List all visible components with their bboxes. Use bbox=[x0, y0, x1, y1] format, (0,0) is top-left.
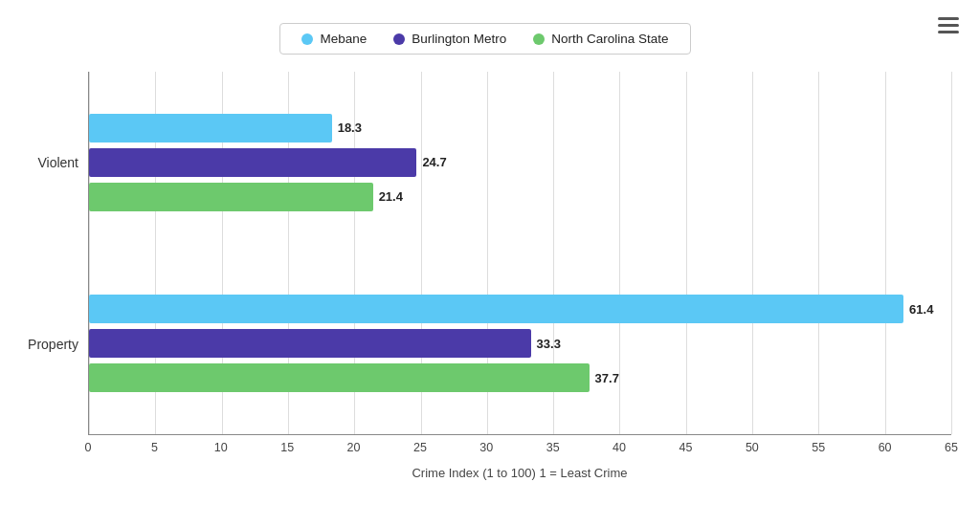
x-tick: 55 bbox=[812, 441, 825, 454]
chart-legend: Mebane Burlington Metro North Carolina S… bbox=[279, 23, 690, 55]
grid-line bbox=[951, 72, 952, 434]
bar-property-mebane bbox=[89, 295, 903, 323]
bar-value-label: 61.4 bbox=[909, 302, 933, 317]
bar-value-label: 37.7 bbox=[595, 371, 619, 385]
bar-group-violent: 18.324.721.4 bbox=[89, 103, 951, 222]
x-tick: 10 bbox=[214, 441, 228, 454]
bar-row: 33.3 bbox=[89, 328, 951, 359]
legend-item-nc-state: North Carolina State bbox=[533, 32, 668, 46]
bar-value-label: 33.3 bbox=[537, 337, 561, 351]
x-tick: 5 bbox=[151, 441, 158, 454]
x-tick: 25 bbox=[413, 441, 427, 454]
bar-value-label: 18.3 bbox=[338, 121, 362, 135]
x-tick: 50 bbox=[746, 441, 759, 454]
x-tick: 15 bbox=[280, 441, 294, 454]
bar-violent-burlington bbox=[89, 148, 416, 177]
legend-item-mebane: Mebane bbox=[301, 32, 367, 46]
chart-container: Mebane Burlington Metro North Carolina S… bbox=[0, 0, 980, 526]
bar-groups: 18.324.721.461.433.337.7 bbox=[89, 72, 951, 434]
legend-item-burlington: Burlington Metro bbox=[393, 32, 506, 46]
y-label-property: Property bbox=[28, 337, 78, 352]
menu-icon[interactable] bbox=[938, 17, 959, 33]
legend-label-nc-state: North Carolina State bbox=[551, 32, 668, 46]
plot-area: 18.324.721.461.433.337.7 bbox=[88, 72, 951, 435]
y-axis: ViolentProperty bbox=[19, 72, 88, 435]
bar-row: 37.7 bbox=[89, 362, 951, 393]
chart-area: ViolentProperty 18.324.721.461.433.337.7 bbox=[19, 72, 951, 435]
x-tick: 65 bbox=[945, 441, 958, 454]
y-label-violent: Violent bbox=[37, 155, 78, 170]
bar-violent-nc-state bbox=[89, 183, 373, 211]
x-axis-wrapper: 05101520253035404550556065 Crime Index (… bbox=[88, 435, 951, 480]
bar-value-label: 24.7 bbox=[422, 155, 446, 169]
bar-property-burlington bbox=[89, 329, 531, 358]
bar-property-nc-state bbox=[89, 363, 590, 392]
bar-row: 61.4 bbox=[89, 294, 951, 324]
legend-label-burlington: Burlington Metro bbox=[412, 32, 506, 46]
x-tick: 45 bbox=[679, 441, 693, 454]
x-tick: 35 bbox=[546, 441, 560, 454]
legend-label-mebane: Mebane bbox=[320, 32, 367, 46]
bar-group-property: 61.433.337.7 bbox=[89, 284, 951, 403]
bar-row: 21.4 bbox=[89, 182, 951, 212]
bar-row: 24.7 bbox=[89, 147, 951, 178]
bar-value-label: 21.4 bbox=[379, 189, 403, 204]
x-tick: 0 bbox=[85, 441, 92, 454]
x-tick: 60 bbox=[879, 441, 892, 454]
legend-dot-nc-state bbox=[533, 33, 545, 45]
x-tick: 20 bbox=[347, 441, 361, 454]
x-axis-label: Crime Index (1 to 100) 1 = Least Crime bbox=[88, 466, 951, 480]
legend-dot-mebane bbox=[301, 33, 313, 45]
bar-violent-mebane bbox=[89, 114, 332, 142]
legend-dot-burlington bbox=[393, 33, 405, 45]
x-tick: 30 bbox=[479, 441, 493, 454]
x-tick: 40 bbox=[612, 441, 626, 454]
bar-row: 18.3 bbox=[89, 113, 951, 143]
